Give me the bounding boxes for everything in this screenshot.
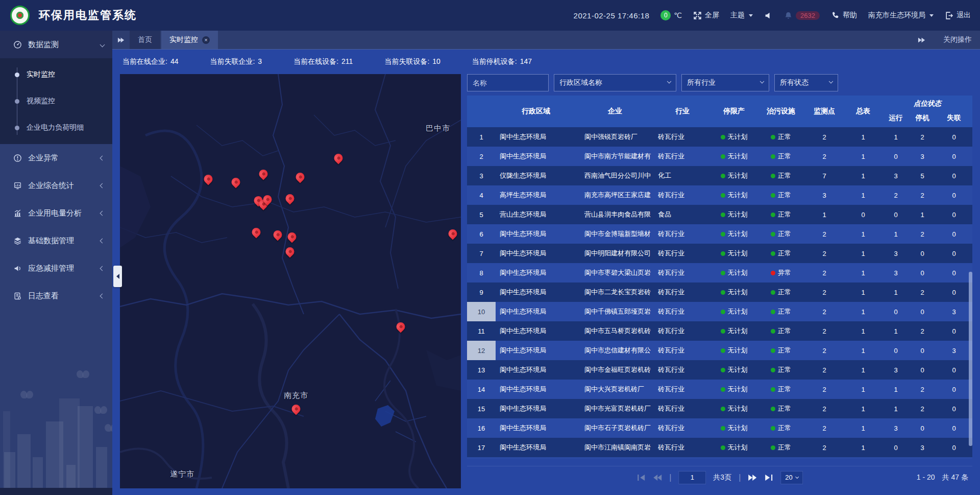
cell-company: 阆中明阳建材有限公司 bbox=[576, 244, 654, 263]
row-range-label: 1 - 20 bbox=[917, 473, 935, 482]
next-page-icon[interactable] bbox=[748, 474, 757, 481]
sidebar-subitem[interactable]: 实时监控 bbox=[0, 61, 112, 88]
sidebar-item-power-analysis[interactable]: 企业用电量分析 bbox=[0, 199, 112, 227]
table-scrollbar[interactable] bbox=[969, 131, 972, 466]
table-row[interactable]: 14 阆中生态环境局 阆中大兴页岩机砖厂 砖瓦行业 无计划 正常 2 1 1 2… bbox=[467, 380, 972, 399]
row-index: 16 bbox=[467, 418, 496, 438]
chevron-left-icon bbox=[100, 210, 105, 216]
last-page-icon[interactable] bbox=[764, 474, 773, 481]
sidebar-item-data-monitor[interactable]: 数据监测 bbox=[0, 31, 112, 58]
column-header[interactable]: 监测点 bbox=[805, 96, 844, 127]
column-subheader[interactable]: 运行 bbox=[883, 109, 909, 127]
column-header[interactable]: 总表 bbox=[844, 96, 883, 127]
page-number-input[interactable] bbox=[678, 471, 706, 484]
sidebar-item-logs[interactable]: 日志查看 bbox=[0, 282, 112, 310]
page-size-select[interactable]: 20 bbox=[780, 471, 802, 484]
collapse-map-handle[interactable] bbox=[113, 266, 122, 287]
cell-company: 阆中市金博瑞新型墙材 bbox=[576, 224, 654, 244]
column-header[interactable]: 行政区域 bbox=[496, 96, 576, 127]
sidebar-item-emergency[interactable]: 应急减排管理 bbox=[0, 254, 112, 282]
status-filter-select[interactable]: 所有状态 bbox=[774, 74, 838, 91]
help-button[interactable]: 帮助 bbox=[831, 11, 857, 20]
tabs-scroll-right-icon[interactable] bbox=[913, 37, 930, 43]
table-row[interactable]: 7 阆中生态环境局 阆中明阳建材有限公司 砖瓦行业 无计划 正常 2 1 3 0… bbox=[467, 244, 972, 263]
table-row[interactable]: 12 阆中生态环境局 阆中市忠信建材有限公 砖瓦行业 无计划 正常 2 1 0 … bbox=[467, 341, 972, 360]
table-row[interactable]: 1 阆中生态环境局 阆中强锐页岩砖厂 砖瓦行业 无计划 正常 2 1 1 2 0 bbox=[467, 127, 972, 147]
name-filter-input[interactable] bbox=[467, 74, 549, 91]
cell-facility-status: 正常 bbox=[757, 380, 805, 399]
status-dot-icon bbox=[771, 310, 775, 314]
cell-industry: 建材加工 bbox=[654, 457, 711, 459]
theme-menu[interactable]: 主题 bbox=[730, 11, 753, 20]
table-row[interactable]: 11 阆中生态环境局 阆中市五马桥页岩机砖 砖瓦行业 无计划 正常 2 1 1 … bbox=[467, 321, 972, 341]
cell-industry: 食品 bbox=[654, 205, 711, 224]
fullscreen-button[interactable]: 全屏 bbox=[693, 11, 719, 20]
cell-region: 阆中生态环境局 bbox=[496, 438, 576, 457]
sidebar-item-base-data[interactable]: 基础数据管理 bbox=[0, 227, 112, 254]
table-row[interactable]: 18 南部生态环境局 南部县砌华水泥有限公 建材加工 无计划 正常 6 0 0 … bbox=[467, 457, 972, 459]
sidebar-subitem[interactable]: 视频监控 bbox=[0, 88, 112, 114]
table-row[interactable]: 5 营山生态环境局 营山县润丰肉食品有限 食品 无计划 正常 1 0 0 1 0 bbox=[467, 205, 972, 224]
tab-close-icon[interactable]: × bbox=[202, 36, 210, 44]
row-index: 3 bbox=[467, 166, 496, 185]
cell-company: 西南油气田分公司川中 bbox=[576, 166, 654, 185]
cell-total-meter: 1 bbox=[844, 418, 883, 438]
status-dot-icon bbox=[721, 251, 725, 256]
row-index: 5 bbox=[467, 205, 496, 224]
cell-running: 0 bbox=[883, 205, 909, 224]
column-header[interactable]: 停限产 bbox=[711, 96, 757, 127]
status-dot-icon bbox=[771, 348, 775, 353]
cell-running: 1 bbox=[883, 380, 909, 399]
cell-total-meter: 1 bbox=[844, 380, 883, 399]
table-row[interactable]: 6 阆中生态环境局 阆中市金博瑞新型墙材 砖瓦行业 无计划 正常 2 1 1 2… bbox=[467, 224, 972, 244]
column-header[interactable]: 企业 bbox=[576, 96, 654, 127]
tab-首页[interactable]: 首页 bbox=[130, 31, 160, 49]
org-menu[interactable]: 南充市生态环境局 bbox=[868, 11, 934, 20]
table-row[interactable]: 3 仪陇生态环境局 西南油气田分公司川中 化工 无计划 正常 7 1 3 5 0 bbox=[467, 166, 972, 185]
cell-disconnected: 0 bbox=[936, 166, 972, 185]
status-dot-icon bbox=[721, 290, 725, 295]
column-header[interactable]: 治污设施 bbox=[757, 96, 805, 127]
column-subheader[interactable]: 失联 bbox=[936, 109, 972, 127]
table-row[interactable]: 13 阆中生态环境局 阆中市金福旺页岩机砖 砖瓦行业 无计划 正常 2 1 3 … bbox=[467, 360, 972, 380]
column-header[interactable]: 行业 bbox=[654, 96, 711, 127]
first-page-icon[interactable] bbox=[636, 474, 646, 481]
cell-region: 阆中生态环境局 bbox=[496, 360, 576, 380]
region-filter-select[interactable]: 行政区域名称 bbox=[554, 74, 676, 91]
table-row[interactable]: 10 阆中生态环境局 阆中千佛镇五郎垭页岩 砖瓦行业 无计划 正常 2 1 0 … bbox=[467, 302, 972, 321]
logout-button[interactable]: 退出 bbox=[945, 11, 971, 20]
map-panel[interactable]: 巴中市南充市遂宁市 bbox=[120, 74, 461, 488]
gauge-icon bbox=[13, 40, 22, 49]
sidebar-item-company-stats[interactable]: 企业综合统计 bbox=[0, 172, 112, 199]
cell-facility-status: 正常 bbox=[757, 224, 805, 244]
table-row[interactable]: 2 阆中生态环境局 阆中市南方节能建材有 砖瓦行业 无计划 正常 2 1 0 3… bbox=[467, 147, 972, 166]
table-row[interactable]: 8 阆中生态环境局 阆中市枣碧大梁山页岩 砖瓦行业 无计划 异常 2 1 3 0… bbox=[467, 263, 972, 282]
cell-region: 南部生态环境局 bbox=[496, 457, 576, 459]
table-row[interactable]: 4 高坪生态环境局 南充市高坪区王家店建 砖瓦行业 无计划 正常 3 1 2 2… bbox=[467, 185, 972, 205]
prev-page-icon[interactable] bbox=[653, 474, 662, 481]
table-row[interactable]: 9 阆中生态环境局 阆中市二龙长宝页岩砖 砖瓦行业 无计划 正常 2 1 1 2… bbox=[467, 282, 972, 302]
speaker-icon[interactable] bbox=[764, 11, 773, 20]
sidebar-subitem[interactable]: 企业电力负荷明细 bbox=[0, 114, 112, 141]
cell-total-meter: 0 bbox=[844, 205, 883, 224]
pager-divider: | bbox=[739, 473, 741, 482]
tabs-scroll-left-icon[interactable] bbox=[112, 31, 130, 49]
table-row[interactable]: 15 阆中生态环境局 阆中市光富页岩机砖厂 砖瓦行业 无计划 正常 2 1 1 … bbox=[467, 399, 972, 418]
cell-stop-status: 无计划 bbox=[711, 418, 757, 438]
notifications[interactable]: 2632 bbox=[784, 11, 820, 20]
stat-label: 当前停机设备: bbox=[472, 57, 517, 66]
cell-monitor-count: 2 bbox=[805, 224, 844, 244]
close-operations-button[interactable]: 关闭操作 bbox=[943, 35, 972, 44]
status-dot-icon bbox=[771, 329, 775, 334]
tab-实时监控[interactable]: 实时监控 × bbox=[161, 31, 218, 49]
table-row[interactable]: 17 阆中生态环境局 阆中市江南镇阆南页岩 砖瓦行业 无计划 正常 2 1 0 … bbox=[467, 438, 972, 457]
industry-filter-select[interactable]: 所有行业 bbox=[681, 74, 769, 91]
status-dot-icon bbox=[721, 154, 725, 159]
cell-halted: 2 bbox=[909, 127, 936, 147]
skyline-decoration bbox=[0, 375, 112, 488]
chevron-down-icon bbox=[795, 475, 799, 478]
status-dot-icon bbox=[721, 348, 725, 353]
column-subheader[interactable]: 停机 bbox=[909, 109, 936, 127]
table-row[interactable]: 16 阆中生态环境局 阆中市石子页岩机砖厂 砖瓦行业 无计划 正常 2 1 3 … bbox=[467, 418, 972, 438]
sidebar-item-company-abnormal[interactable]: 企业异常 bbox=[0, 144, 112, 172]
